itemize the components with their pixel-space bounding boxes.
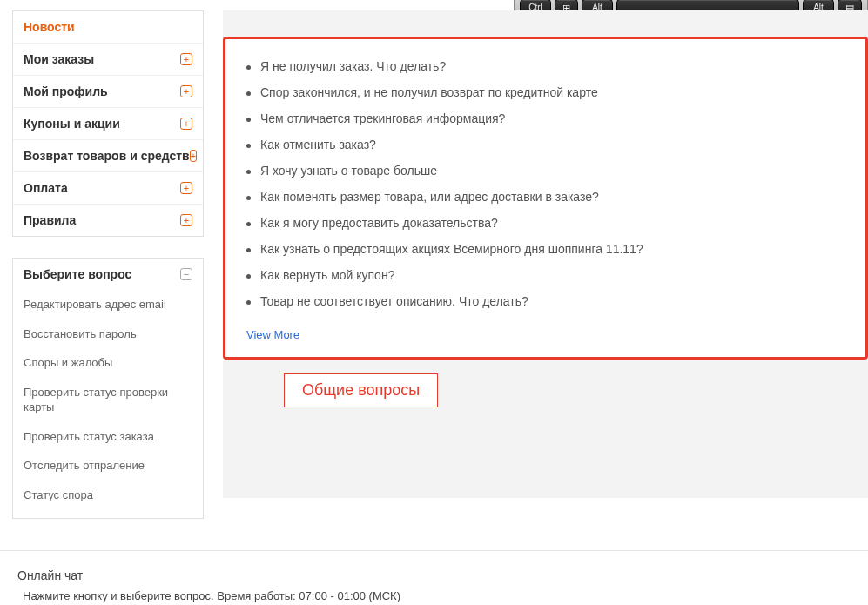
nav-label: Мой профиль	[24, 84, 108, 98]
sidebar-questions-panel: Выберите вопрос − Редактировать адрес em…	[12, 258, 204, 519]
sidebar-nav-panel: Новости Мои заказы + Мой профиль + Купон…	[12, 10, 204, 237]
nav-label: Купоны и акции	[24, 117, 120, 131]
nav-my-orders[interactable]: Мои заказы +	[13, 44, 203, 76]
expand-icon[interactable]: +	[190, 150, 197, 162]
nav-label: Правила	[24, 213, 76, 227]
faq-item[interactable]: Товар не соответствует описанию. Что дел…	[260, 288, 844, 314]
nav-label: Мои заказы	[24, 52, 94, 66]
question-restore-password[interactable]: Восстановить пароль	[24, 319, 192, 349]
expand-icon[interactable]: +	[180, 85, 192, 97]
faq-item[interactable]: Я хочу узнать о товаре больше	[260, 158, 844, 184]
nav-coupons[interactable]: Купоны и акции +	[13, 108, 203, 140]
faq-item[interactable]: Как вернуть мой купон?	[260, 262, 844, 288]
question-order-status[interactable]: Проверить статус заказа	[24, 422, 192, 452]
faq-item[interactable]: Спор закончился, и не получил возврат по…	[260, 79, 844, 105]
online-chat-section: Онлайн чат Нажмите кнопку и выберите воп…	[0, 551, 868, 605]
faq-item[interactable]: Как я могу предоставить доказательства?	[260, 210, 844, 236]
question-track-shipment[interactable]: Отследить отпраление	[24, 451, 192, 481]
collapse-icon[interactable]: −	[180, 268, 192, 280]
questions-list: Редактировать адрес email Восстановить п…	[13, 290, 203, 518]
question-dispute-status[interactable]: Статус спора	[24, 481, 192, 510]
nav-label: Оплата	[24, 181, 68, 195]
faq-item[interactable]: Я не получил заказ. Что делать?	[260, 53, 844, 79]
faq-item[interactable]: Как поменять размер товара, или адрес до…	[260, 184, 844, 210]
question-disputes[interactable]: Споры и жалобы	[24, 348, 192, 378]
faq-item[interactable]: Чем отличается трекинговая информация?	[260, 105, 844, 131]
nav-label: Возврат товаров и средств	[24, 149, 190, 163]
nav-news[interactable]: Новости	[13, 11, 203, 44]
faq-item[interactable]: Как узнать о предстоящих акциях Всемирно…	[260, 236, 844, 262]
nav-rules[interactable]: Правила +	[13, 205, 203, 236]
question-card-check-status[interactable]: Проверить статус проверки карты	[24, 378, 192, 422]
faq-list: Я не получил заказ. Что делать? Спор зак…	[246, 53, 844, 314]
faq-highlight-box: Я не получил заказ. Что делать? Спор зак…	[223, 37, 868, 360]
chat-title: Онлайн чат	[17, 568, 868, 582]
nav-label: Новости	[24, 20, 75, 34]
annotation-label: Общие вопросы	[284, 373, 438, 407]
view-more-link[interactable]: View More	[246, 314, 299, 345]
nav-payment[interactable]: Оплата +	[13, 172, 203, 205]
questions-header[interactable]: Выберите вопрос −	[13, 259, 203, 290]
expand-icon[interactable]: +	[180, 118, 192, 130]
faq-item[interactable]: Как отменить заказ?	[260, 131, 844, 158]
questions-header-label: Выберите вопрос	[24, 267, 131, 281]
main-content: Я не получил заказ. Что делать? Спор зак…	[223, 10, 868, 498]
expand-icon[interactable]: +	[180, 182, 192, 194]
sidebar: Новости Мои заказы + Мой профиль + Купон…	[12, 10, 204, 540]
question-edit-email[interactable]: Редактировать адрес email	[24, 290, 192, 319]
expand-icon[interactable]: +	[180, 53, 192, 65]
chat-description: Нажмите кнопку и выберите вопрос. Время …	[17, 589, 868, 602]
nav-returns[interactable]: Возврат товаров и средств +	[13, 140, 203, 172]
nav-my-profile[interactable]: Мой профиль +	[13, 76, 203, 108]
expand-icon[interactable]: +	[180, 214, 192, 226]
